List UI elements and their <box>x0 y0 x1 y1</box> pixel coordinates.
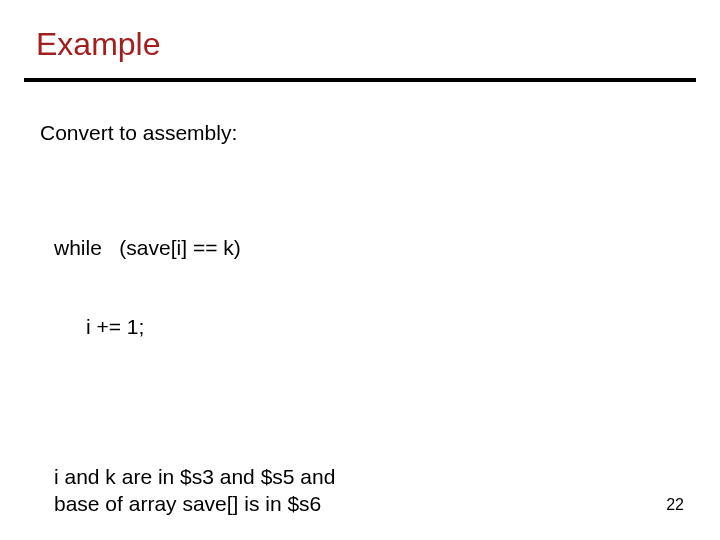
slide-title: Example <box>36 26 161 63</box>
slide-body: Convert to assembly: while (save[i] == k… <box>40 120 335 517</box>
register-info: i and k are in $s3 and $s5 and base of a… <box>54 464 335 517</box>
code-block: while (save[i] == k) i += 1; <box>54 182 335 392</box>
code-line-2: i += 1; <box>86 314 335 340</box>
intro-text: Convert to assembly: <box>40 120 335 146</box>
regs-line-2: base of array save[] is in $s6 <box>54 491 335 517</box>
code-line-1: while (save[i] == k) <box>54 235 335 261</box>
page-number: 22 <box>666 496 684 514</box>
title-rule <box>24 78 696 82</box>
regs-line-1: i and k are in $s3 and $s5 and <box>54 464 335 490</box>
